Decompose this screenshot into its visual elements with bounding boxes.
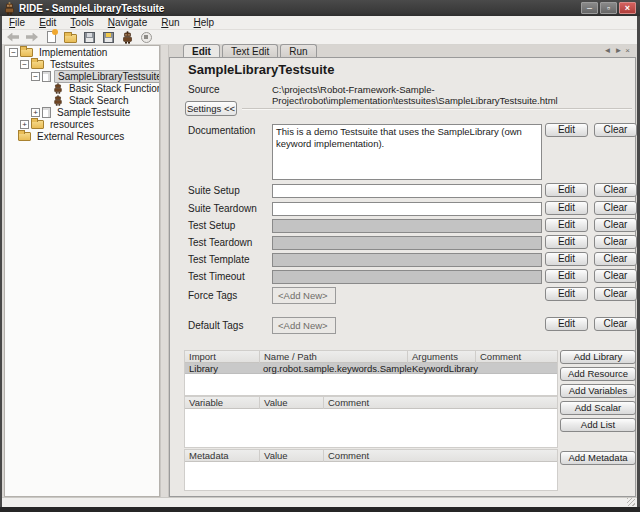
robot-icon — [53, 95, 63, 106]
column-header-comment: Comment — [475, 351, 559, 363]
suite-setup-clear-button[interactable]: Clear — [594, 183, 637, 197]
title-bar[interactable]: RIDE - SampleLibraryTestsuite – ▫ × — [0, 0, 640, 16]
suite-setup-field[interactable] — [272, 184, 542, 198]
force-tags-edit-button[interactable]: Edit — [545, 287, 588, 301]
save-icon[interactable] — [82, 31, 96, 44]
tab-text-edit[interactable]: Text Edit — [222, 44, 278, 57]
documentation-field[interactable]: This is a demo Testsuite that uses the S… — [272, 124, 542, 180]
open-folder-icon[interactable] — [63, 31, 77, 44]
new-file-icon[interactable] — [44, 31, 58, 44]
menu-tools[interactable]: Tools — [63, 16, 100, 30]
add-scalar-button[interactable]: Add Scalar — [560, 401, 636, 415]
documentation-edit-button[interactable]: Edit — [545, 123, 588, 137]
test-teardown-field[interactable] — [272, 236, 542, 250]
expand-toggle-icon[interactable]: + — [31, 108, 40, 117]
close-button[interactable]: × — [619, 2, 636, 14]
tree-item-external-resources[interactable]: External Resources — [5, 131, 159, 142]
add-list-button[interactable]: Add List — [560, 418, 636, 432]
stop-icon[interactable] — [139, 31, 153, 44]
metadata-table: Metadata Value Comment — [184, 449, 558, 491]
variable-table-header: Variable Value Comment — [185, 397, 557, 409]
import-type-cell: Library — [185, 363, 259, 374]
settings-divider — [242, 108, 632, 110]
variable-table: Variable Value Comment — [184, 396, 558, 448]
file-icon — [42, 107, 51, 118]
suite-teardown-field[interactable] — [272, 202, 542, 216]
tree-item-label: resources — [47, 119, 97, 130]
suite-setup-label: Suite Setup — [188, 185, 240, 196]
window-title: RIDE - SampleLibraryTestsuite — [19, 3, 164, 14]
default-tags-clear-button[interactable]: Clear — [594, 317, 637, 331]
source-path: C:\projects\Robot-Framework-Sample-Proje… — [272, 84, 635, 106]
test-template-clear-button[interactable]: Clear — [594, 252, 637, 266]
suite-teardown-clear-button[interactable]: Clear — [594, 201, 637, 215]
suite-teardown-edit-button[interactable]: Edit — [545, 201, 588, 215]
edit-pane: SampleLibraryTestsuite Source C:\project… — [169, 57, 636, 497]
resize-grip[interactable] — [627, 498, 635, 506]
expand-toggle-icon[interactable]: + — [20, 120, 29, 129]
tree-item-label: Implementation — [36, 47, 110, 58]
settings-toggle-button[interactable]: Settings << — [185, 101, 237, 116]
collapse-toggle-icon[interactable]: − — [20, 60, 29, 69]
add-resource-button[interactable]: Add Resource — [560, 367, 636, 381]
collapse-toggle-icon[interactable]: − — [31, 72, 40, 81]
tree-item-label: Testsuites — [47, 59, 97, 70]
menu-file[interactable]: File — [2, 16, 32, 30]
import-row-library[interactable]: Library org.robot.sample.keywords.Sample… — [185, 363, 557, 374]
tab-scroll-left-icon[interactable]: ◄ — [603, 46, 614, 55]
add-variables-button[interactable]: Add Variables — [560, 384, 636, 398]
collapse-toggle-icon[interactable]: − — [9, 48, 18, 57]
tree-item-sampletestsuite[interactable]: + SampleTestsuite — [5, 107, 159, 118]
forward-icon[interactable] — [25, 31, 39, 44]
test-setup-clear-button[interactable]: Clear — [594, 218, 637, 232]
add-metadata-button[interactable]: Add Metadata — [560, 451, 636, 465]
folder-icon — [31, 60, 44, 69]
test-setup-field[interactable] — [272, 219, 542, 233]
force-tags-add-new[interactable]: <Add New> — [272, 287, 336, 304]
tab-close-icon[interactable]: × — [625, 46, 633, 55]
suite-setup-edit-button[interactable]: Edit — [545, 183, 588, 197]
back-icon[interactable] — [6, 31, 20, 44]
default-tags-edit-button[interactable]: Edit — [545, 317, 588, 331]
test-template-edit-button[interactable]: Edit — [545, 252, 588, 266]
tree-item-testsuites[interactable]: − Testsuites — [5, 59, 159, 70]
tree-item-samplelibrarytestsuite[interactable]: − SampleLibraryTestsuite — [5, 71, 159, 82]
tree-item-basic-stack-functionality[interactable]: Basic Stack Functionality — [5, 83, 159, 94]
save-all-icon[interactable] — [101, 31, 115, 44]
force-tags-clear-button[interactable]: Clear — [594, 287, 637, 301]
import-name-path-cell: org.robot.sample.keywords.SampleKeywordL… — [259, 363, 559, 374]
panel-splitter[interactable] — [160, 45, 169, 497]
tab-edit[interactable]: Edit — [183, 44, 220, 57]
tree-item-resources[interactable]: + resources — [5, 119, 159, 130]
file-icon — [42, 71, 51, 82]
tree-item-implementation[interactable]: − Implementation — [5, 47, 159, 58]
menu-edit[interactable]: Edit — [32, 16, 63, 30]
test-teardown-clear-button[interactable]: Clear — [594, 235, 637, 249]
source-label: Source — [188, 84, 220, 95]
tree-item-stack-search[interactable]: Stack Search — [5, 95, 159, 106]
menu-run[interactable]: Run — [154, 16, 186, 30]
column-header-comment: Comment — [323, 397, 559, 409]
add-library-button[interactable]: Add Library — [560, 350, 636, 364]
default-tags-add-new[interactable]: <Add New> — [272, 317, 336, 334]
import-table-header: Import Name / Path Arguments Comment — [185, 351, 557, 363]
robot-icon[interactable] — [120, 31, 134, 44]
window-bottom-border — [0, 507, 640, 512]
test-setup-edit-button[interactable]: Edit — [545, 218, 588, 232]
robot-icon — [53, 83, 63, 94]
force-tags-label: Force Tags — [188, 290, 237, 301]
test-timeout-edit-button[interactable]: Edit — [545, 269, 588, 283]
test-timeout-clear-button[interactable]: Clear — [594, 269, 637, 283]
minimize-button[interactable]: – — [581, 2, 598, 14]
test-teardown-edit-button[interactable]: Edit — [545, 235, 588, 249]
test-timeout-field[interactable] — [272, 270, 542, 284]
tab-run[interactable]: Run — [280, 44, 316, 57]
menu-navigate[interactable]: Navigate — [101, 16, 154, 30]
test-template-field[interactable] — [272, 253, 542, 267]
menu-help[interactable]: Help — [187, 16, 222, 30]
documentation-clear-button[interactable]: Clear — [594, 123, 637, 137]
column-header-value: Value — [259, 397, 323, 409]
column-header-value: Value — [259, 450, 323, 462]
tab-scroll-right-icon[interactable]: ► — [614, 46, 625, 55]
maximize-button[interactable]: ▫ — [600, 2, 617, 14]
